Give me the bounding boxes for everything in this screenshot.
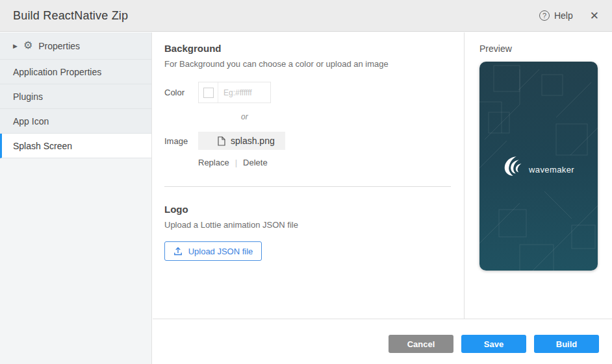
footer: Cancel Save Build xyxy=(153,319,612,364)
preview-panel: Preview xyxy=(464,32,612,319)
logo-section-description: Upload a Lottie animation JSON file xyxy=(164,220,451,230)
sidebar-item-label: Application Properties xyxy=(13,67,101,77)
sidebar-item-label: Plugins xyxy=(13,91,43,102)
help-button[interactable]: ? Help xyxy=(539,10,573,21)
link-separator: | xyxy=(235,158,237,167)
or-label: or xyxy=(241,112,451,121)
sidebar-item-properties[interactable]: ▶ ⚙ Properties xyxy=(0,32,151,60)
splash-preview-image: wavemaker xyxy=(479,62,598,271)
brand-name: wavemaker xyxy=(529,165,574,176)
sidebar: ▶ ⚙ Properties Application Properties Pl… xyxy=(0,32,152,364)
file-icon xyxy=(218,136,225,146)
splash-image-chip[interactable]: splash.png xyxy=(198,132,285,150)
header-actions: ? Help ✕ xyxy=(539,10,612,21)
background-section-title: Background xyxy=(164,43,451,54)
dialog-title: Build ReactNative Zip xyxy=(0,9,128,23)
main-content: Background For Background you can choose… xyxy=(153,32,464,364)
section-divider xyxy=(164,186,451,187)
sidebar-item-app-icon[interactable]: App Icon xyxy=(0,109,151,134)
image-row: Image splash.png xyxy=(164,132,451,150)
logo-section-title: Logo xyxy=(164,204,451,215)
sidebar-item-application-properties[interactable]: Application Properties xyxy=(0,60,151,84)
logo-section: Logo Upload a Lottie animation JSON file… xyxy=(153,204,464,261)
image-label: Image xyxy=(164,136,198,146)
expand-arrow-icon[interactable]: ▶ xyxy=(13,43,18,49)
sidebar-item-label: Properties xyxy=(38,41,80,51)
sidebar-item-splash-screen[interactable]: Splash Screen xyxy=(0,134,151,158)
delete-link[interactable]: Delete xyxy=(243,158,268,167)
help-label: Help xyxy=(554,10,573,21)
replace-link[interactable]: Replace xyxy=(198,158,229,167)
cancel-button[interactable]: Cancel xyxy=(389,335,453,353)
sidebar-item-plugins[interactable]: Plugins xyxy=(0,84,151,109)
background-section: Background For Background you can choose… xyxy=(153,43,464,167)
brand-logo: wavemaker xyxy=(503,155,574,176)
splash-image-filename: splash.png xyxy=(231,136,275,146)
color-text-placeholder[interactable]: Eg:#ffffff xyxy=(218,82,270,103)
preview-title: Preview xyxy=(479,43,612,54)
help-question-icon: ? xyxy=(539,10,550,21)
color-input[interactable]: Eg:#ffffff xyxy=(198,82,271,103)
background-section-description: For Background you can choose a color or… xyxy=(164,59,451,69)
save-button[interactable]: Save xyxy=(461,335,526,353)
upload-icon xyxy=(173,247,183,256)
color-swatch xyxy=(203,88,214,98)
color-row: Color Eg:#ffffff xyxy=(164,82,451,103)
close-icon[interactable]: ✕ xyxy=(590,10,599,21)
wavemaker-wave-icon xyxy=(503,155,526,176)
sidebar-item-label: Splash Screen xyxy=(13,141,72,151)
upload-json-button-label: Upload JSON file xyxy=(188,247,253,256)
color-swatch-button[interactable] xyxy=(199,82,218,103)
color-label: Color xyxy=(164,88,198,97)
build-button[interactable]: Build xyxy=(534,335,599,353)
gear-icon: ⚙ xyxy=(23,40,32,51)
dialog-header: Build ReactNative Zip ? Help ✕ xyxy=(0,0,612,32)
build-reactnative-dialog: Build ReactNative Zip ? Help ✕ ▶ ⚙ Prope… xyxy=(0,0,612,364)
upload-json-button[interactable]: Upload JSON file xyxy=(164,241,262,261)
sidebar-item-label: App Icon xyxy=(13,116,49,127)
image-actions: Replace | Delete xyxy=(198,158,451,167)
